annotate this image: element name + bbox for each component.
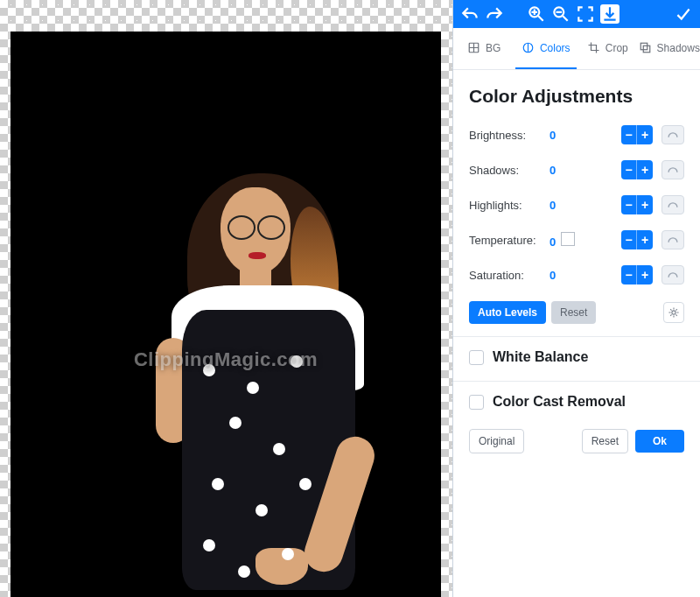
white-balance-checkbox[interactable]	[469, 350, 484, 365]
tab-label: Colors	[540, 42, 570, 54]
highlights-reset[interactable]	[662, 195, 684, 214]
reset-small-button[interactable]: Reset	[551, 301, 596, 324]
svg-rect-4	[640, 43, 648, 50]
plus-button[interactable]: +	[637, 230, 653, 249]
download-button[interactable]	[600, 4, 620, 24]
panel-body: Color Adjustments Brightness: 0 −+ Shado…	[453, 70, 700, 597]
original-button[interactable]: Original	[469, 429, 524, 453]
divider	[453, 381, 700, 382]
auto-levels-row: Auto Levels Reset	[469, 301, 684, 324]
slider-value: 0	[550, 232, 621, 249]
subject-silhouette	[150, 180, 369, 597]
minus-button[interactable]: −	[621, 195, 637, 214]
divider	[453, 336, 700, 337]
plus-button[interactable]: +	[637, 160, 653, 179]
tab-label: Crop	[606, 42, 628, 54]
ok-button[interactable]: Ok	[635, 430, 684, 453]
temperature-row: Temperature: 0 −+	[469, 228, 684, 252]
slider-label: Brightness:	[469, 129, 550, 142]
slider-value: 0	[550, 269, 621, 282]
svg-point-6	[672, 311, 676, 314]
side-panel: BG Colors Crop Shadows Color Adjustments…	[452, 0, 700, 597]
zoom-in-icon[interactable]	[527, 4, 546, 24]
svg-rect-5	[643, 46, 650, 53]
slider-label: Shadows:	[469, 164, 550, 177]
brightness-stepper[interactable]: −+	[621, 125, 653, 144]
shadows-row: Shadows: 0 −+	[469, 158, 684, 182]
minus-button[interactable]: −	[621, 125, 637, 144]
crop-icon	[587, 41, 600, 54]
slider-label: Saturation:	[469, 269, 550, 282]
plus-button[interactable]: +	[637, 265, 653, 284]
tab-label: BG	[486, 42, 500, 54]
redo-icon[interactable]	[485, 4, 504, 24]
brightness-reset[interactable]	[662, 125, 684, 144]
saturation-stepper[interactable]: −+	[621, 265, 653, 284]
tab-shadows[interactable]: Shadows	[639, 28, 701, 69]
saturation-row: Saturation: 0 −+	[469, 263, 684, 287]
slider-label: Temperature:	[469, 234, 550, 247]
slider-value: 0	[550, 129, 621, 142]
brightness-row: Brightness: 0 −+	[469, 123, 684, 147]
image-preview[interactable]: ClippingMagic.com	[10, 32, 441, 597]
color-cast-removal-checkbox[interactable]	[469, 395, 484, 410]
slider-value: 0	[550, 164, 621, 177]
canvas-area[interactable]: ClippingMagic.com	[0, 0, 452, 597]
slider-value: 0	[550, 199, 621, 212]
temperature-reset[interactable]	[662, 230, 684, 249]
checkbox-label: Color Cast Removal	[493, 394, 626, 410]
white-balance-row: White Balance	[469, 349, 684, 365]
reset-button[interactable]: Reset	[582, 429, 628, 453]
confirm-button[interactable]	[674, 4, 693, 24]
color-cast-removal-row: Color Cast Removal	[469, 394, 684, 410]
tab-bg[interactable]: BG	[453, 28, 515, 69]
tab-crop[interactable]: Crop	[577, 28, 639, 69]
tab-label: Shadows	[657, 42, 700, 54]
zoom-out-icon[interactable]	[551, 4, 570, 24]
temperature-swatch[interactable]	[561, 232, 575, 246]
plus-button[interactable]: +	[637, 195, 653, 214]
footer-buttons: Original Reset Ok	[469, 429, 684, 453]
top-toolbar	[453, 0, 700, 28]
plus-button[interactable]: +	[637, 125, 653, 144]
bg-icon	[467, 41, 480, 54]
auto-levels-button[interactable]: Auto Levels	[469, 301, 546, 324]
gear-icon	[668, 306, 680, 319]
shadows-stepper[interactable]: −+	[621, 160, 653, 179]
colors-icon	[522, 41, 535, 54]
tab-bar: BG Colors Crop Shadows	[453, 28, 700, 70]
highlights-stepper[interactable]: −+	[621, 195, 653, 214]
minus-button[interactable]: −	[621, 160, 637, 179]
undo-icon[interactable]	[460, 4, 480, 24]
saturation-reset[interactable]	[662, 265, 684, 284]
settings-button[interactable]	[663, 302, 684, 323]
temperature-stepper[interactable]: −+	[621, 230, 653, 249]
minus-button[interactable]: −	[621, 230, 637, 249]
shadows-icon	[639, 41, 652, 54]
panel-title: Color Adjustments	[469, 86, 684, 107]
shadows-reset[interactable]	[662, 160, 684, 179]
minus-button[interactable]: −	[621, 265, 637, 284]
checkbox-label: White Balance	[493, 349, 588, 365]
highlights-row: Highlights: 0 −+	[469, 193, 684, 217]
slider-label: Highlights:	[469, 199, 550, 212]
tab-colors[interactable]: Colors	[515, 28, 578, 69]
fit-screen-icon[interactable]	[576, 4, 595, 24]
